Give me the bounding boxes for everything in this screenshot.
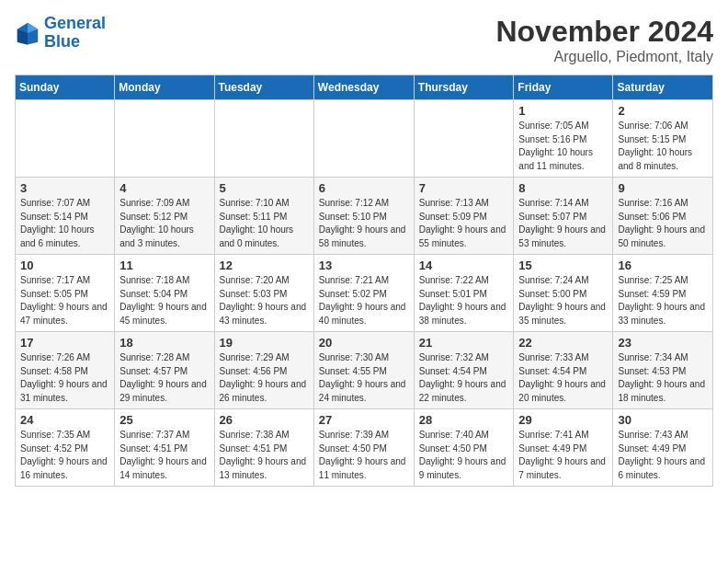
day-number: 12 xyxy=(220,259,309,272)
day-number: 5 xyxy=(220,181,309,195)
day-info: Sunrise: 7:13 AM Sunset: 5:09 PM Dayligh… xyxy=(419,197,509,250)
day-number: 27 xyxy=(319,413,409,427)
month-title: November 2024 xyxy=(495,15,713,49)
calendar-cell xyxy=(115,100,214,178)
calendar-week-2: 3Sunrise: 7:07 AM Sunset: 5:14 PM Daylig… xyxy=(16,178,713,255)
day-number: 15 xyxy=(518,259,608,272)
day-number: 8 xyxy=(518,181,608,195)
calendar-cell: 19Sunrise: 7:29 AM Sunset: 4:56 PM Dayli… xyxy=(214,332,313,409)
day-info: Sunrise: 7:24 AM Sunset: 5:00 PM Dayligh… xyxy=(518,274,608,327)
day-info: Sunrise: 7:39 AM Sunset: 4:50 PM Dayligh… xyxy=(319,429,409,482)
calendar-cell xyxy=(313,100,414,178)
day-number: 29 xyxy=(518,413,608,427)
col-friday: Friday xyxy=(514,75,613,100)
calendar-cell: 25Sunrise: 7:37 AM Sunset: 4:51 PM Dayli… xyxy=(115,409,214,487)
location: Arguello, Piedmont, Italy xyxy=(495,49,713,65)
day-info: Sunrise: 7:38 AM Sunset: 4:51 PM Dayligh… xyxy=(220,429,309,482)
calendar-cell: 5Sunrise: 7:10 AM Sunset: 5:11 PM Daylig… xyxy=(214,178,313,255)
calendar-cell: 30Sunrise: 7:43 AM Sunset: 4:49 PM Dayli… xyxy=(613,409,713,487)
calendar-cell: 2Sunrise: 7:06 AM Sunset: 5:15 PM Daylig… xyxy=(613,100,713,178)
day-info: Sunrise: 7:25 AM Sunset: 4:59 PM Dayligh… xyxy=(618,274,708,327)
day-info: Sunrise: 7:33 AM Sunset: 4:54 PM Dayligh… xyxy=(518,351,608,405)
day-info: Sunrise: 7:37 AM Sunset: 4:51 PM Dayligh… xyxy=(119,429,209,482)
day-info: Sunrise: 7:18 AM Sunset: 5:04 PM Dayligh… xyxy=(119,274,209,327)
calendar-week-1: 1Sunrise: 7:05 AM Sunset: 5:16 PM Daylig… xyxy=(16,100,713,178)
calendar-body: 1Sunrise: 7:05 AM Sunset: 5:16 PM Daylig… xyxy=(16,100,713,487)
day-info: Sunrise: 7:12 AM Sunset: 5:10 PM Dayligh… xyxy=(319,197,409,250)
day-number: 11 xyxy=(119,259,209,272)
day-number: 3 xyxy=(20,181,109,195)
day-info: Sunrise: 7:10 AM Sunset: 5:11 PM Dayligh… xyxy=(220,197,309,250)
day-info: Sunrise: 7:07 AM Sunset: 5:14 PM Dayligh… xyxy=(20,197,109,250)
day-number: 16 xyxy=(618,259,708,272)
page-header: General Blue November 2024 Arguello, Pie… xyxy=(15,15,713,65)
day-info: Sunrise: 7:41 AM Sunset: 4:49 PM Dayligh… xyxy=(518,429,608,482)
day-info: Sunrise: 7:21 AM Sunset: 5:02 PM Dayligh… xyxy=(319,274,409,327)
calendar-cell: 23Sunrise: 7:34 AM Sunset: 4:53 PM Dayli… xyxy=(613,332,713,409)
calendar-week-4: 17Sunrise: 7:26 AM Sunset: 4:58 PM Dayli… xyxy=(16,332,713,409)
day-number: 22 xyxy=(518,336,608,350)
calendar-cell: 22Sunrise: 7:33 AM Sunset: 4:54 PM Dayli… xyxy=(514,332,613,409)
day-number: 26 xyxy=(220,413,309,427)
day-info: Sunrise: 7:17 AM Sunset: 5:05 PM Dayligh… xyxy=(20,274,109,327)
calendar-cell xyxy=(214,100,313,178)
day-number: 30 xyxy=(618,413,708,427)
day-info: Sunrise: 7:20 AM Sunset: 5:03 PM Dayligh… xyxy=(220,274,309,327)
calendar-cell: 27Sunrise: 7:39 AM Sunset: 4:50 PM Dayli… xyxy=(313,409,414,487)
calendar-week-5: 24Sunrise: 7:35 AM Sunset: 4:52 PM Dayli… xyxy=(16,409,713,487)
day-number: 10 xyxy=(20,259,109,272)
day-info: Sunrise: 7:06 AM Sunset: 5:15 PM Dayligh… xyxy=(618,120,708,173)
calendar-cell xyxy=(414,100,514,178)
days-of-week-row: Sunday Monday Tuesday Wednesday Thursday… xyxy=(16,75,713,100)
day-number: 18 xyxy=(119,336,209,350)
day-number: 7 xyxy=(419,181,509,195)
day-number: 6 xyxy=(319,181,409,195)
day-number: 14 xyxy=(419,259,509,272)
col-saturday: Saturday xyxy=(613,75,713,100)
day-number: 13 xyxy=(319,259,409,272)
day-info: Sunrise: 7:34 AM Sunset: 4:53 PM Dayligh… xyxy=(618,351,708,405)
day-info: Sunrise: 7:09 AM Sunset: 5:12 PM Dayligh… xyxy=(119,197,209,250)
calendar-cell: 28Sunrise: 7:40 AM Sunset: 4:50 PM Dayli… xyxy=(414,409,514,487)
title-block: November 2024 Arguello, Piedmont, Italy xyxy=(495,15,713,65)
day-info: Sunrise: 7:22 AM Sunset: 5:01 PM Dayligh… xyxy=(419,274,509,327)
calendar-cell: 20Sunrise: 7:30 AM Sunset: 4:55 PM Dayli… xyxy=(313,332,414,409)
calendar-week-3: 10Sunrise: 7:17 AM Sunset: 5:05 PM Dayli… xyxy=(16,255,713,332)
day-info: Sunrise: 7:05 AM Sunset: 5:16 PM Dayligh… xyxy=(518,120,608,173)
calendar-cell: 11Sunrise: 7:18 AM Sunset: 5:04 PM Dayli… xyxy=(115,255,214,332)
logo-icon xyxy=(15,20,40,46)
day-number: 21 xyxy=(419,336,509,350)
day-number: 1 xyxy=(518,104,608,118)
day-number: 24 xyxy=(20,413,109,427)
calendar-cell: 6Sunrise: 7:12 AM Sunset: 5:10 PM Daylig… xyxy=(313,178,414,255)
col-monday: Monday xyxy=(115,75,214,100)
col-tuesday: Tuesday xyxy=(214,75,313,100)
day-info: Sunrise: 7:32 AM Sunset: 4:54 PM Dayligh… xyxy=(419,351,509,405)
calendar-cell: 13Sunrise: 7:21 AM Sunset: 5:02 PM Dayli… xyxy=(313,255,414,332)
calendar-cell: 26Sunrise: 7:38 AM Sunset: 4:51 PM Dayli… xyxy=(214,409,313,487)
calendar-cell: 7Sunrise: 7:13 AM Sunset: 5:09 PM Daylig… xyxy=(414,178,514,255)
day-number: 4 xyxy=(119,181,209,195)
col-thursday: Thursday xyxy=(414,75,514,100)
day-number: 28 xyxy=(419,413,509,427)
day-info: Sunrise: 7:26 AM Sunset: 4:58 PM Dayligh… xyxy=(20,351,109,405)
day-number: 20 xyxy=(319,336,409,350)
calendar-header: Sunday Monday Tuesday Wednesday Thursday… xyxy=(16,75,713,100)
calendar-cell: 21Sunrise: 7:32 AM Sunset: 4:54 PM Dayli… xyxy=(414,332,514,409)
calendar: Sunday Monday Tuesday Wednesday Thursday… xyxy=(15,75,713,487)
day-number: 2 xyxy=(618,104,708,118)
calendar-cell xyxy=(16,100,115,178)
calendar-cell: 15Sunrise: 7:24 AM Sunset: 5:00 PM Dayli… xyxy=(514,255,613,332)
day-number: 9 xyxy=(618,181,708,195)
col-sunday: Sunday xyxy=(16,75,115,100)
col-wednesday: Wednesday xyxy=(313,75,414,100)
day-info: Sunrise: 7:14 AM Sunset: 5:07 PM Dayligh… xyxy=(518,197,608,250)
day-info: Sunrise: 7:35 AM Sunset: 4:52 PM Dayligh… xyxy=(20,429,109,482)
calendar-cell: 29Sunrise: 7:41 AM Sunset: 4:49 PM Dayli… xyxy=(514,409,613,487)
calendar-cell: 16Sunrise: 7:25 AM Sunset: 4:59 PM Dayli… xyxy=(613,255,713,332)
calendar-cell: 14Sunrise: 7:22 AM Sunset: 5:01 PM Dayli… xyxy=(414,255,514,332)
day-info: Sunrise: 7:40 AM Sunset: 4:50 PM Dayligh… xyxy=(419,429,509,482)
day-info: Sunrise: 7:29 AM Sunset: 4:56 PM Dayligh… xyxy=(220,351,309,405)
calendar-cell: 1Sunrise: 7:05 AM Sunset: 5:16 PM Daylig… xyxy=(514,100,613,178)
calendar-cell: 4Sunrise: 7:09 AM Sunset: 5:12 PM Daylig… xyxy=(115,178,214,255)
